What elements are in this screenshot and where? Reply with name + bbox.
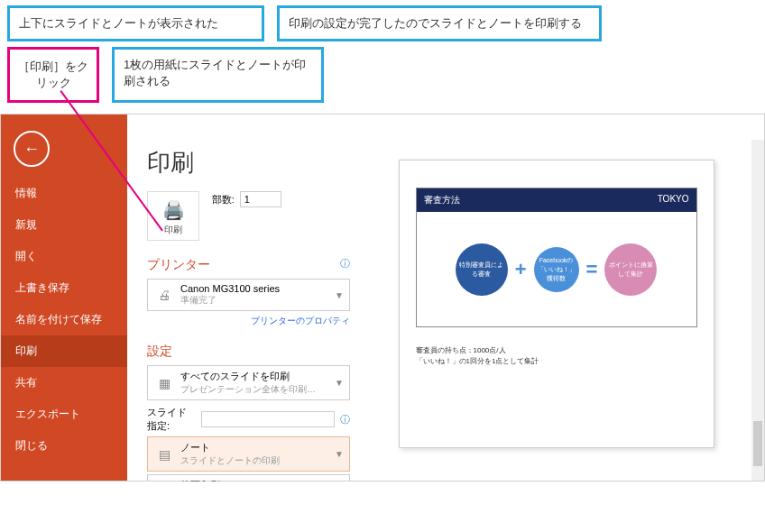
sidebar-item-account[interactable]: アカウント — [1, 478, 127, 482]
layout-dropdown[interactable]: ▤ ノート スライドとノートの印刷 ▼ — [147, 436, 350, 472]
preview-slide: 審査方法 TOKYO 特別審査員による審査 + Facebookの「いいね！」獲… — [416, 188, 697, 327]
callout-result: 1枚の用紙にスライドとノートが印刷される — [112, 47, 324, 103]
slide-spec-input[interactable] — [201, 411, 335, 427]
printer-small-icon: 🖨 — [153, 285, 175, 305]
print-range-dropdown[interactable]: ▦ すべてのスライドを印刷 プレゼンテーション全体を印刷… ▼ — [147, 365, 350, 400]
print-button-label: 印刷 — [164, 225, 182, 234]
sidebar-item-info[interactable]: 情報 — [1, 178, 127, 209]
sidebar-item-print[interactable]: 印刷 — [1, 335, 127, 367]
sides-dropdown[interactable]: ▯ 片面印刷 ページの片面のみを印刷します ▼ — [147, 474, 350, 482]
vertical-scrollbar[interactable] — [751, 140, 764, 481]
printer-icon: 🖨️ — [152, 199, 195, 221]
chevron-down-icon: ▼ — [335, 449, 344, 459]
chevron-down-icon: ▼ — [335, 378, 344, 388]
back-button[interactable]: ← — [14, 131, 50, 167]
printer-dropdown[interactable]: 🖨 Canon MG3100 series 準備完了 ▼ — [147, 279, 350, 311]
printer-name: Canon MG3100 series — [180, 283, 280, 294]
sidebar-item-save[interactable]: 上書き保存 — [1, 272, 127, 304]
printer-properties-link[interactable]: プリンターのプロパティ — [147, 315, 350, 327]
print-preview: 審査方法 TOKYO 特別審査員による審査 + Facebookの「いいね！」獲… — [366, 147, 746, 472]
slide-spec-label: スライド指定: — [147, 406, 196, 433]
preview-brand: TOKYO — [658, 194, 689, 206]
sides-title: 片面印刷 — [180, 480, 220, 482]
layout-sub: スライドとノートの印刷 — [180, 454, 329, 467]
backstage-sidebar: ← 情報 新規 開く 上書き保存 名前を付けて保存 印刷 共有 エクスポート 閉… — [1, 115, 127, 481]
notes-page-icon: ▤ — [153, 445, 175, 464]
preview-page: 審査方法 TOKYO 特別審査員による審査 + Facebookの「いいね！」獲… — [399, 160, 714, 448]
printer-status: 準備完了 — [180, 294, 329, 307]
sidebar-item-saveas[interactable]: 名前を付けて保存 — [1, 304, 127, 335]
info-icon[interactable]: ⓘ — [340, 257, 350, 271]
plus-icon: + — [515, 258, 527, 281]
print-button[interactable]: 🖨️ 印刷 — [147, 191, 199, 241]
preview-slide-title: 審査方法 — [424, 194, 460, 206]
sidebar-item-close[interactable]: 閉じる — [1, 430, 127, 462]
chevron-down-icon: ▼ — [335, 290, 344, 300]
page-title: 印刷 — [147, 147, 350, 179]
callout-top-right: 印刷の設定が完了したのでスライドとノートを印刷する — [277, 5, 602, 41]
section-printer: プリンターⓘ — [147, 257, 350, 273]
print-range-sub: プレゼンテーション全体を印刷… — [180, 383, 329, 396]
circle-3: ポイントに換算して集計 — [604, 243, 657, 296]
print-backstage: 印刷 🖨️ 印刷 部数: プリンターⓘ 🖨 Canon MG3100 serie… — [127, 115, 764, 481]
circle-2: Facebookの「いいね！」獲得数 — [534, 247, 579, 292]
circle-1: 特別審査員による審査 — [456, 243, 508, 296]
callout-top-left: 上下にスライドとノートが表示された — [7, 5, 264, 41]
preview-notes: 審査員の持ち点：1000点/人 「いいね！」の1回分を1点として集計 — [416, 345, 697, 367]
layout-title: ノート — [180, 442, 210, 453]
sidebar-item-export[interactable]: エクスポート — [1, 399, 127, 430]
copies-label: 部数: — [212, 193, 235, 206]
sidebar-item-new[interactable]: 新規 — [1, 209, 127, 241]
print-range-title: すべてのスライドを印刷 — [180, 371, 290, 381]
scroll-thumb[interactable] — [753, 421, 762, 466]
info-icon[interactable]: ⓘ — [340, 413, 350, 427]
copies-input[interactable] — [240, 191, 281, 207]
sidebar-item-share[interactable]: 共有 — [1, 367, 127, 399]
powerpoint-window: Lesson69 - PowerPoint ? – ▢ ✕ 井上香緒里 ▾ 👤 … — [0, 114, 765, 482]
sidebar-item-open[interactable]: 開く — [1, 241, 127, 272]
callout-click-print: ［印刷］をクリック — [7, 47, 99, 103]
equals-icon: = — [586, 258, 598, 281]
section-settings: 設定 — [147, 344, 350, 360]
slides-icon: ▦ — [153, 373, 175, 393]
